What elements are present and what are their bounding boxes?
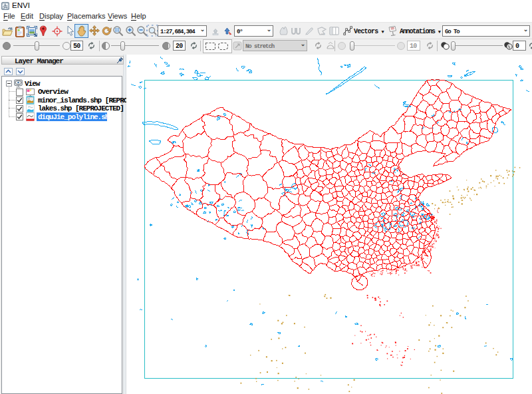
svg-text:roi: roi (321, 32, 325, 36)
